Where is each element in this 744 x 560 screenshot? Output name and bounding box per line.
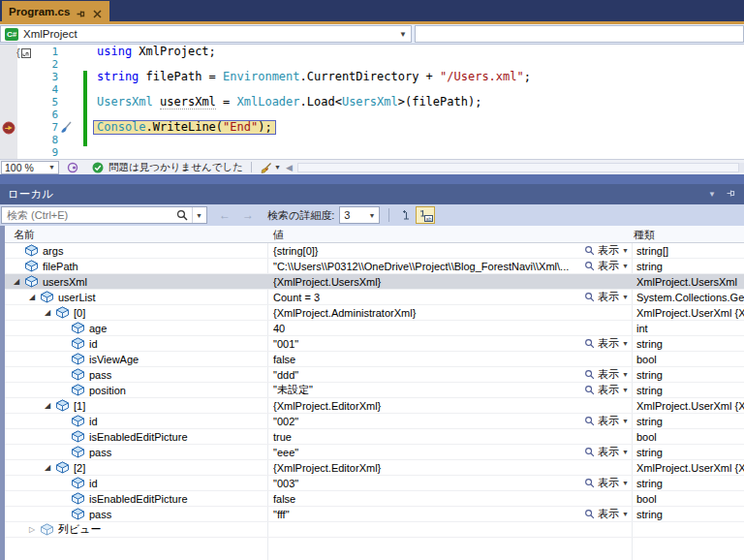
table-row[interactable]: age40int (5, 321, 744, 336)
cell-name: ◢[0] (5, 305, 267, 320)
cell-value: "fff"表示▼ (273, 507, 632, 521)
cell-name: position (5, 383, 267, 397)
variable-name: args (43, 245, 63, 257)
table-row[interactable]: ◢[0]{XmlProject.AdministratorXml}XmlProj… (5, 305, 744, 321)
cell-value: {XmlProject.UsersXml} (273, 274, 632, 289)
expand-toggle-icon[interactable]: ◢ (29, 293, 40, 301)
table-row[interactable]: pass"ddd"表示▼string (5, 367, 744, 383)
search-forward-icon[interactable]: → (242, 208, 254, 222)
variable-name: id (89, 338, 98, 350)
view-visualizer-button[interactable]: 表示▼ (584, 383, 632, 397)
table-row[interactable]: pass"fff"表示▼string (5, 507, 744, 522)
field-cube-icon (71, 368, 85, 381)
chevron-down-icon[interactable]: ▼ (274, 164, 281, 171)
code-line[interactable]: Console.WriteLine("End"); (94, 121, 275, 134)
scrollbar-thumb[interactable] (297, 163, 739, 172)
chevron-down-icon[interactable]: ▼ (196, 212, 202, 219)
variable-type: string (636, 383, 744, 397)
table-row[interactable]: ◢[1]{XmlProject.EditorXml}XmlProject.Use… (5, 398, 744, 414)
table-row[interactable]: isEnabledEditPicturetruebool (5, 429, 744, 445)
search-input[interactable]: 検索 (Ctrl+E) ▼ (1, 206, 207, 224)
table-row[interactable]: position"未設定"表示▼string (5, 383, 744, 398)
table-row[interactable]: id"003"表示▼string (5, 476, 744, 491)
cell-value: false (273, 491, 632, 506)
table-row[interactable]: isEnabledEditPicturefalsebool (5, 491, 744, 507)
svg-text:ab: ab (425, 215, 431, 221)
table-row[interactable]: ◢userListCount = 3表示▼System.Collections.… (5, 290, 744, 305)
scroll-left-icon[interactable]: ◀ (286, 163, 297, 172)
view-visualizer-button[interactable]: 表示▼ (584, 414, 632, 428)
variable-name: [1] (74, 400, 85, 412)
close-icon[interactable] (92, 6, 103, 16)
navigation-bar: C# XmlProject ▼ (0, 24, 744, 45)
code-line[interactable] (97, 134, 531, 146)
pin-property-button[interactable] (396, 206, 416, 224)
zoom-dropdown[interactable]: 100 % ▼ (1, 161, 59, 174)
table-row[interactable]: id"001"表示▼string (5, 336, 744, 352)
table-row[interactable]: id"002"表示▼string (5, 414, 744, 429)
expand-toggle-icon[interactable]: ◢ (45, 463, 55, 472)
pin-icon[interactable] (726, 188, 736, 201)
column-header-value[interactable]: 値 (273, 228, 284, 242)
search-depth-dropdown[interactable]: 3 ▼ (339, 206, 380, 224)
view-visualizer-button[interactable]: 表示▼ (584, 476, 632, 490)
code-line[interactable] (97, 146, 531, 159)
expand-toggle-icon[interactable]: ▷ (29, 525, 40, 534)
table-row[interactable]: ◢[2]{XmlProject.EditorXml}XmlProject.Use… (5, 460, 744, 476)
project-dropdown[interactable]: C# XmlProject ▼ (0, 25, 412, 43)
horizontal-scrollbar[interactable]: ◀ (286, 162, 744, 173)
table-row[interactable]: filePath"C:\\Users\\P0312\\OneDrive\\Pro… (5, 259, 744, 274)
search-back-icon[interactable]: ← (219, 208, 231, 222)
health-check-icon[interactable] (92, 162, 104, 173)
view-label: 表示 (598, 336, 619, 351)
table-row[interactable]: pass"eee"表示▼string (5, 445, 744, 460)
variable-value: "003" (273, 478, 584, 489)
variable-value: "001" (273, 338, 584, 350)
chevron-down-icon: ▼ (622, 371, 629, 378)
table-row[interactable]: ▷列ビュー (5, 522, 744, 538)
cell-value: {string[0]}表示▼ (273, 243, 632, 258)
chevron-down-icon: ▼ (622, 294, 629, 300)
code-line[interactable]: string filePath = Environment.CurrentDir… (97, 71, 531, 83)
expand-toggle-icon[interactable]: ◢ (14, 277, 24, 286)
view-visualizer-button[interactable]: 表示▼ (584, 507, 632, 521)
variable-value: "未設定" (273, 383, 584, 397)
code-line[interactable]: using XmlProject; (97, 46, 531, 58)
search-icon[interactable] (176, 209, 188, 221)
code-editor[interactable]: { 123456789 using XmlProject;string file… (0, 45, 744, 159)
field-cube-icon (71, 322, 85, 334)
view-label: 表示 (598, 367, 619, 382)
view-visualizer-button[interactable]: 表示▼ (584, 336, 632, 351)
scrollbar-track[interactable] (297, 163, 744, 172)
pin-icon[interactable] (76, 6, 86, 16)
pane-splitter[interactable] (0, 174, 744, 184)
column-header-name[interactable]: 名前 (14, 228, 35, 242)
view-visualizer-button[interactable]: 表示▼ (584, 243, 632, 258)
field-cube-icon (71, 430, 85, 443)
chevron-down-icon: ▼ (622, 511, 629, 517)
variable-name: position (89, 385, 126, 396)
view-visualizer-button[interactable]: 表示▼ (584, 367, 632, 382)
expand-toggle-icon[interactable]: ◢ (45, 401, 55, 410)
table-row[interactable]: ◢usersXml{XmlProject.UsersXml}XmlProject… (5, 274, 744, 290)
member-dropdown[interactable] (415, 25, 744, 43)
view-visualizer-button[interactable]: 表示▼ (584, 259, 632, 273)
locals-title-bar[interactable]: ローカル ▼ (0, 184, 744, 204)
show-pinned-members-toggle[interactable]: ab (416, 206, 435, 224)
variable-value: "fff" (273, 509, 584, 520)
feedback-icon[interactable] (67, 162, 78, 173)
table-row[interactable]: args{string[0]}表示▼string[] (5, 243, 744, 259)
table-row[interactable]: isViewAgefalsebool (5, 352, 744, 367)
search-depth-label: 検索の詳細度: (267, 208, 334, 223)
tab-program-cs[interactable]: Program.cs (2, 1, 109, 21)
breakpoint-gutter[interactable] (0, 45, 17, 159)
view-visualizer-button[interactable]: 表示▼ (584, 290, 632, 304)
column-header-type[interactable]: 種類 (634, 228, 655, 242)
expand-toggle-icon[interactable]: ◢ (45, 308, 55, 317)
window-menu-chevron-icon[interactable]: ▼ (708, 190, 716, 199)
view-visualizer-button[interactable]: 表示▼ (584, 445, 632, 459)
code-cleanup-broom-icon[interactable] (260, 162, 271, 173)
variable-type: string (636, 259, 744, 273)
breakpoint-current-statement-icon[interactable] (2, 121, 16, 135)
code-line[interactable]: UsersXml usersXml = XmlLoader.Load<Users… (97, 96, 531, 109)
